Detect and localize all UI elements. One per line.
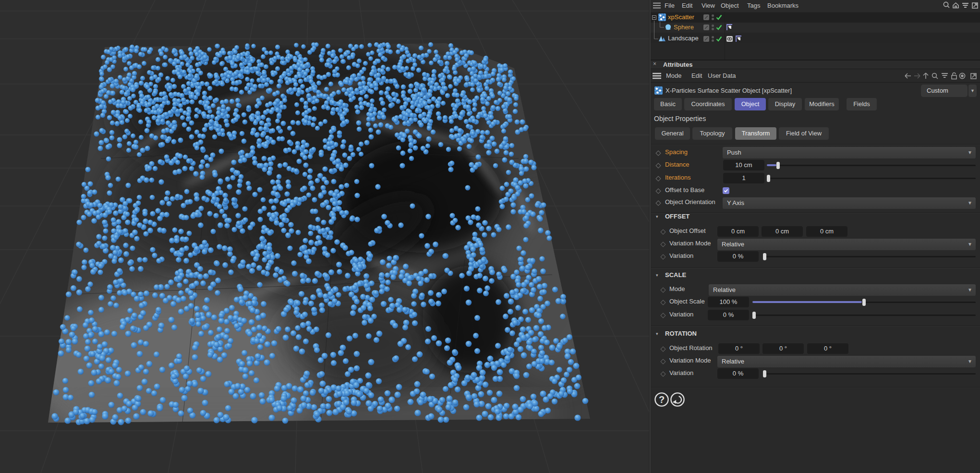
svg-text:?: ? (659, 394, 665, 405)
